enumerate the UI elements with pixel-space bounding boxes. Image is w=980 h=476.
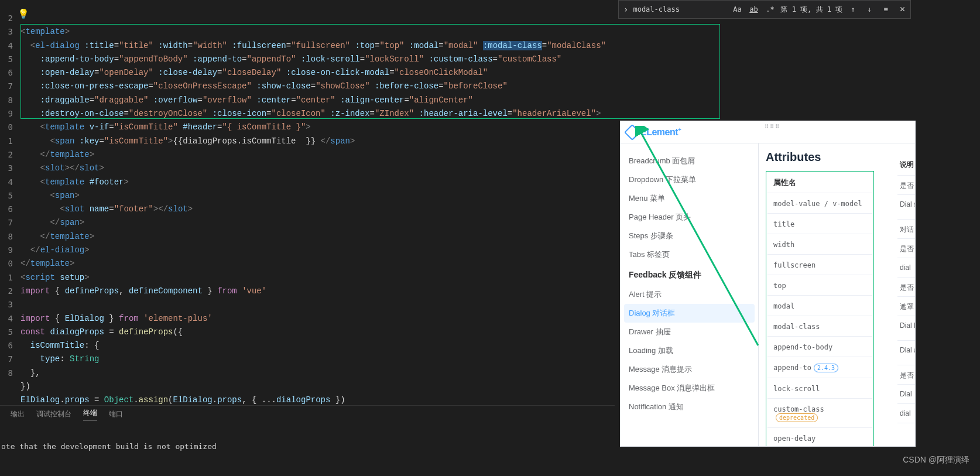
table-row: modal-class xyxy=(767,317,872,337)
table-row: width xyxy=(767,235,872,255)
find-widget[interactable]: › modal-class Aa ab .* 第 1 项, 共 1 项 ↑ ↓ … xyxy=(618,0,911,19)
tab-debug[interactable]: 调试控制台 xyxy=(36,409,71,419)
nav-dialog[interactable]: Dialog 对话框 xyxy=(624,304,755,323)
nav-tabs[interactable]: Tabs 标签页 xyxy=(621,245,758,264)
drag-handle-icon[interactable]: ⠿⠿⠿ xyxy=(765,124,780,130)
whole-word-icon[interactable]: ab xyxy=(748,4,759,15)
attributes-table: 属性名 model-value / v-model title width fu… xyxy=(766,171,874,446)
nav-group-feedback: Feedback 反馈组件 xyxy=(621,264,758,285)
table-row: open-delay xyxy=(767,429,872,446)
docs-panel: ELement+ ⠿⠿⠿ Breadcrumb 面包屑 Dropdown 下拉菜… xyxy=(620,121,916,447)
line-gutter: 234567890123456789012345678 xyxy=(0,12,13,380)
table-row: append-to2.4.3 xyxy=(767,358,872,378)
docs-header: ELement+ ⠿⠿⠿ xyxy=(621,121,915,143)
nav-messagebox[interactable]: Message Box 消息弹出框 xyxy=(621,379,758,398)
col-attr-name: 属性名 xyxy=(767,173,872,193)
find-expand-icon[interactable]: › xyxy=(623,5,628,14)
docs-heading: Attributes xyxy=(766,150,915,164)
find-in-selection-icon[interactable]: ≡ xyxy=(880,4,892,15)
tab-ports[interactable]: 端口 xyxy=(109,409,123,419)
nav-breadcrumb[interactable]: Breadcrumb 面包屑 xyxy=(621,152,758,170)
nav-loading[interactable]: Loading 加载 xyxy=(621,341,758,360)
nav-notification[interactable]: Notification 通知 xyxy=(621,398,758,416)
match-case-icon[interactable]: Aa xyxy=(731,4,743,15)
regex-icon[interactable]: .* xyxy=(764,4,776,15)
prev-match-icon[interactable]: ↑ xyxy=(847,4,859,15)
docs-sidebar: Breadcrumb 面包屑 Dropdown 下拉菜单 Menu 菜单 Pag… xyxy=(621,143,759,446)
desc-column: 说明 是否 Dial slot 对话 是否 dial 是否 遮罩 Dial Di… xyxy=(897,143,915,423)
version-badge: 2.4.3 xyxy=(814,364,838,372)
logo-icon xyxy=(624,124,640,140)
table-row: lock-scroll xyxy=(767,379,872,399)
nav-menu[interactable]: Menu 菜单 xyxy=(621,189,758,208)
nav-drawer[interactable]: Drawer 抽屉 xyxy=(621,323,758,341)
element-logo[interactable]: ELement+ xyxy=(626,126,681,138)
terminal-tabs: 输出 调试控制台 终端 端口 xyxy=(0,405,615,423)
nav-alert[interactable]: Alert 提示 xyxy=(621,285,758,304)
table-row: custom-classdeprecated xyxy=(767,400,872,428)
docs-content: Attributes 属性名 model-value / v-model tit… xyxy=(759,143,915,446)
tab-terminal[interactable]: 终端 xyxy=(83,408,97,420)
terminal-output: ote that the development build is not op… xyxy=(0,442,217,451)
find-status: 第 1 项, 共 1 项 xyxy=(780,5,842,15)
table-row: model-value / v-model xyxy=(767,194,872,214)
find-close-icon[interactable]: ✕ xyxy=(900,4,905,14)
table-row: modal xyxy=(767,297,872,316)
find-input[interactable]: modal-class xyxy=(633,5,727,13)
next-match-icon[interactable]: ↓ xyxy=(864,4,875,15)
nav-dropdown[interactable]: Dropdown 下拉菜单 xyxy=(621,170,758,189)
watermark: CSDN @阿狸演绎 xyxy=(903,455,969,465)
code-editor[interactable]: 💡 234567890123456789012345678 <template>… xyxy=(0,0,615,476)
table-row: append-to-body xyxy=(767,338,872,357)
nav-steps[interactable]: Steps 步骤条 xyxy=(621,227,758,245)
code-content[interactable]: <template> <el-dialog :title="title" :wi… xyxy=(20,12,606,407)
tab-output[interactable]: 输出 xyxy=(11,409,25,419)
deprecated-badge: deprecated xyxy=(776,413,818,422)
nav-message[interactable]: Message 消息提示 xyxy=(621,360,758,379)
nav-pageheader[interactable]: Page Header 页头 xyxy=(621,208,758,227)
table-row: title xyxy=(767,215,872,234)
table-row: fullscreen xyxy=(767,256,872,275)
table-row: top xyxy=(767,276,872,296)
